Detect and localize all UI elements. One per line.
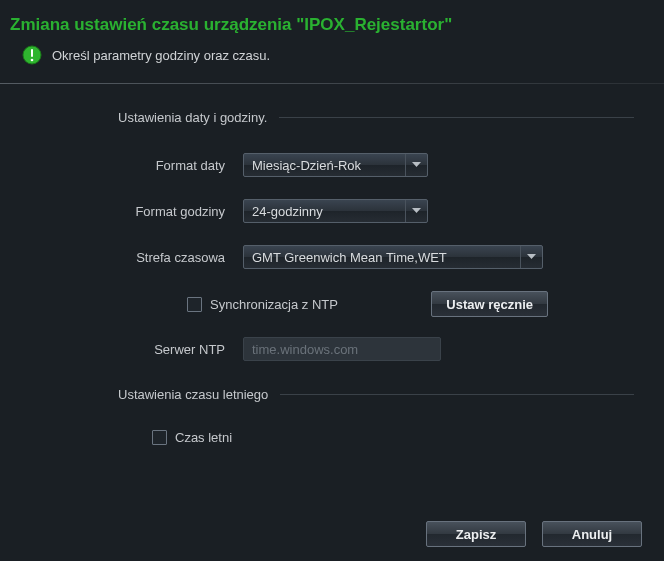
row-ntp-sync: Synchronizacja z NTP Ustaw ręcznie <box>30 291 634 317</box>
ntp-sync-checkbox[interactable] <box>187 297 202 312</box>
section-line <box>279 117 634 118</box>
dst-group: Czas letni <box>152 430 232 445</box>
row-date-format: Format daty Miesiąc-Dzień-Rok <box>30 153 634 177</box>
dst-label: Czas letni <box>175 430 232 445</box>
footer-buttons: Zapisz Anuluj <box>426 521 642 547</box>
chevron-down-icon <box>405 154 427 176</box>
row-dst: Czas letni <box>30 430 634 445</box>
save-button[interactable]: Zapisz <box>426 521 526 547</box>
info-icon <box>22 45 42 65</box>
ntp-sync-group: Synchronizacja z NTP <box>187 297 338 312</box>
chevron-down-icon <box>405 200 427 222</box>
section-datetime-label: Ustawienia daty i godziny. <box>30 110 267 125</box>
section-dst-label: Ustawienia czasu letniego <box>30 387 268 402</box>
save-label: Zapisz <box>456 527 496 542</box>
section-line <box>280 394 634 395</box>
ntp-server-input[interactable] <box>243 337 441 361</box>
timezone-select[interactable]: GMT Greenwich Mean Time,WET <box>243 245 543 269</box>
section-dst-header: Ustawienia czasu letniego <box>30 387 634 402</box>
cancel-label: Anuluj <box>572 527 612 542</box>
time-format-select[interactable]: 24-godzinny <box>243 199 428 223</box>
timezone-value: GMT Greenwich Mean Time,WET <box>252 250 447 265</box>
svg-point-2 <box>31 59 34 62</box>
cancel-button[interactable]: Anuluj <box>542 521 642 547</box>
ntp-server-label: Serwer NTP <box>30 342 243 357</box>
dst-checkbox[interactable] <box>152 430 167 445</box>
svg-rect-1 <box>31 49 33 57</box>
dialog-window: Zmiana ustawień czasu urządzenia "IPOX_R… <box>0 0 664 561</box>
chevron-down-icon <box>520 246 542 268</box>
divider <box>0 83 664 84</box>
subtitle-row: Określ parametry godziny oraz czasu. <box>0 45 664 83</box>
row-time-format: Format godziny 24-godzinny <box>30 199 634 223</box>
manual-set-label: Ustaw ręcznie <box>446 297 533 312</box>
dialog-title: Zmiana ustawień czasu urządzenia "IPOX_R… <box>0 0 664 45</box>
ntp-sync-label: Synchronizacja z NTP <box>210 297 338 312</box>
subtitle-text: Określ parametry godziny oraz czasu. <box>52 48 270 63</box>
row-timezone: Strefa czasowa GMT Greenwich Mean Time,W… <box>30 245 634 269</box>
date-format-value: Miesiąc-Dzień-Rok <box>252 158 361 173</box>
row-ntp-server: Serwer NTP <box>30 337 634 361</box>
time-format-label: Format godziny <box>30 204 243 219</box>
date-format-label: Format daty <box>30 158 243 173</box>
time-format-value: 24-godzinny <box>252 204 323 219</box>
manual-set-button[interactable]: Ustaw ręcznie <box>431 291 548 317</box>
section-datetime-header: Ustawienia daty i godziny. <box>30 110 634 125</box>
date-format-select[interactable]: Miesiąc-Dzień-Rok <box>243 153 428 177</box>
content-area: Ustawienia daty i godziny. Format daty M… <box>0 90 664 445</box>
timezone-label: Strefa czasowa <box>30 250 243 265</box>
